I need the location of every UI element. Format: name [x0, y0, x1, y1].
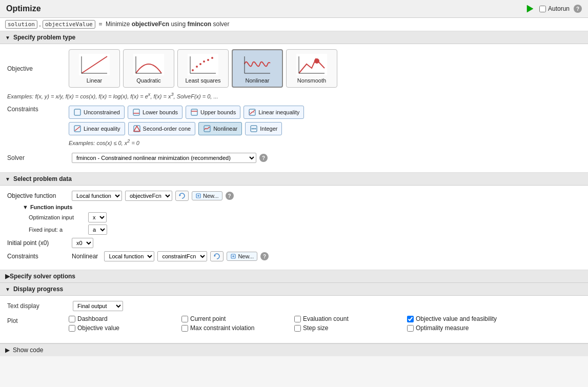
- obj-nonlinear-label: Nonlinear: [245, 77, 269, 84]
- con-nonlinear-label: Nonlinear: [213, 126, 237, 132]
- objective-btn-nonlinear[interactable]: Nonlinear: [232, 49, 283, 88]
- dashboard-label: Dashboard: [77, 315, 108, 322]
- constraints-name-select[interactable]: constraintFcn: [157, 251, 207, 261]
- svg-rect-20: [296, 54, 327, 75]
- con-linear-equality-label: Linear equality: [84, 126, 120, 132]
- objective-btn-linear[interactable]: Linear: [69, 49, 120, 88]
- constraint-btn-linear-inequality[interactable]: Linear inequality: [244, 106, 304, 119]
- output-objectivevalue: objectiveValue: [43, 20, 95, 29]
- autorun-row: Autorun: [539, 5, 570, 12]
- svg-rect-24: [74, 109, 80, 115]
- constraints-new-label: New...: [238, 253, 254, 259]
- objective-btn-least-squares[interactable]: Least squares: [177, 49, 229, 88]
- svg-rect-17: [242, 54, 273, 75]
- header-controls: Autorun ?: [524, 3, 582, 14]
- svg-marker-41: [179, 194, 181, 196]
- output-separator: ,: [39, 21, 43, 28]
- obj-func-refresh-button[interactable]: [175, 191, 189, 201]
- check-max-constraint: Max constraint violation: [181, 324, 294, 332]
- help-icon[interactable]: ?: [574, 5, 582, 13]
- optimality-measure-checkbox[interactable]: [407, 325, 414, 332]
- constraint-btn-second-order-cone[interactable]: Second-order cone: [128, 122, 196, 135]
- optimization-input-row: Optimization input x: [29, 212, 581, 222]
- main-content: ▼ Specify problem type Objective Linear: [0, 31, 588, 356]
- plot-checkboxes: Dashboard Current point Evaluation count…: [69, 315, 540, 334]
- header: Optimize Autorun ?: [0, 0, 588, 18]
- con-unconstrained-label: Unconstrained: [84, 109, 120, 115]
- problem-data-section-header[interactable]: ▼ Select problem data: [0, 173, 588, 186]
- run-button[interactable]: [524, 3, 535, 14]
- check-current-point: Current point: [181, 315, 294, 322]
- constraint-btn-integer[interactable]: Integer: [245, 122, 282, 135]
- toolbar-equation: = Minimize objectiveFcn using fmincon so…: [97, 21, 229, 28]
- constraint-btn-unconstrained[interactable]: Unconstrained: [69, 106, 125, 119]
- svg-line-33: [75, 127, 80, 131]
- constraints-data-row: Constraints Nonlinear Local function con…: [7, 251, 581, 261]
- fixed-input-select[interactable]: a: [88, 225, 107, 235]
- solver-options-section-header[interactable]: ▶ Specify solver options: [0, 270, 588, 283]
- obj-func-new-button[interactable]: New...: [192, 191, 222, 200]
- con-upper-bounds-label: Upper bounds: [200, 109, 236, 115]
- obj-func-help-icon[interactable]: ?: [226, 192, 234, 200]
- constraints-label: Constraints: [7, 103, 69, 113]
- obj-func-type-select[interactable]: Local function: [72, 191, 122, 201]
- initial-point-select[interactable]: x0: [72, 238, 93, 248]
- show-code-section[interactable]: ▶ Show code: [0, 343, 588, 356]
- optimization-input-label: Optimization input: [29, 214, 85, 220]
- problem-type-section-header[interactable]: ▼ Specify problem type: [0, 31, 588, 44]
- svg-point-12: [203, 60, 205, 63]
- optimality-measure-label: Optimality measure: [416, 324, 469, 332]
- obj-value-feasibility-checkbox[interactable]: [407, 316, 414, 322]
- svg-point-39: [253, 128, 255, 129]
- func-inputs-label: Function inputs: [30, 204, 72, 210]
- solver-label: Solver: [7, 154, 69, 161]
- constraint-btn-lower-bounds[interactable]: Lower bounds: [128, 106, 183, 119]
- optimization-input-select[interactable]: x: [88, 212, 107, 222]
- constraints-help-icon[interactable]: ?: [260, 252, 269, 260]
- step-size-label: Step size: [303, 324, 328, 332]
- check-evaluation-count: Evaluation count: [294, 315, 407, 322]
- objective-btn-quadratic[interactable]: Quadratic: [123, 49, 174, 88]
- plot-checkboxes-row2: Objective value Max constraint violation…: [69, 324, 540, 334]
- dashboard-checkbox[interactable]: [69, 316, 75, 322]
- constraints-row: Constraints Unconstrained Lower bounds: [7, 103, 581, 149]
- svg-point-11: [199, 63, 201, 65]
- autorun-checkbox[interactable]: [539, 6, 546, 12]
- problem-data-body: Objective function Local function object…: [0, 186, 588, 270]
- constraint-btn-nonlinear[interactable]: Nonlinear: [198, 122, 242, 135]
- objective-btn-nonsmooth[interactable]: Nonsmooth: [286, 49, 337, 88]
- obj-func-name-select[interactable]: objectiveFcn: [125, 191, 172, 201]
- solver-select[interactable]: fmincon - Constrained nonlinear minimiza…: [72, 153, 256, 163]
- check-obj-value-feasibility: Objective value and feasibility: [407, 315, 540, 322]
- plot-row: Plot Dashboard Current point Evaluation …: [7, 315, 581, 334]
- constraints-nonlinear-label: Nonlinear: [72, 253, 98, 260]
- current-point-checkbox[interactable]: [181, 316, 188, 322]
- text-display-label: Text display: [7, 302, 69, 310]
- objective-value-label: Objective value: [77, 324, 119, 332]
- show-code-arrow: ▶: [5, 347, 10, 354]
- constraint-btn-upper-bounds[interactable]: Upper bounds: [186, 106, 240, 119]
- constraints-refresh-button[interactable]: [210, 251, 224, 261]
- problem-type-arrow: ▼: [5, 35, 10, 40]
- con-lower-bounds-label: Lower bounds: [143, 109, 178, 115]
- con-integer-label: Integer: [260, 126, 277, 132]
- svg-point-14: [211, 57, 213, 59]
- obj-least-squares-label: Least squares: [185, 77, 220, 84]
- constraint-btn-linear-equality[interactable]: Linear equality: [69, 122, 125, 135]
- fixed-input-label: Fixed input: a: [29, 227, 85, 233]
- step-size-checkbox[interactable]: [294, 325, 301, 332]
- svg-point-13: [207, 59, 209, 61]
- objective-value-checkbox[interactable]: [69, 325, 75, 332]
- constraints-new-button[interactable]: New...: [227, 252, 257, 261]
- constraint-buttons-row1: Unconstrained Lower bounds Upper bounds: [69, 106, 304, 119]
- evaluation-count-checkbox[interactable]: [294, 316, 301, 322]
- solver-help-icon[interactable]: ?: [259, 154, 268, 162]
- display-progress-body: Text display Off Final output Each itera…: [0, 296, 588, 343]
- constraints-type-select[interactable]: Local function: [104, 251, 154, 261]
- max-constraint-checkbox[interactable]: [181, 325, 188, 332]
- display-progress-section-header[interactable]: ▼ Display progress: [0, 283, 588, 296]
- objective-label: Objective: [7, 65, 69, 72]
- initial-point-label: Initial point (x0): [7, 239, 69, 247]
- text-display-select[interactable]: Off Final output Each iteration: [73, 301, 123, 311]
- obj-nonsmooth-label: Nonsmooth: [297, 77, 326, 84]
